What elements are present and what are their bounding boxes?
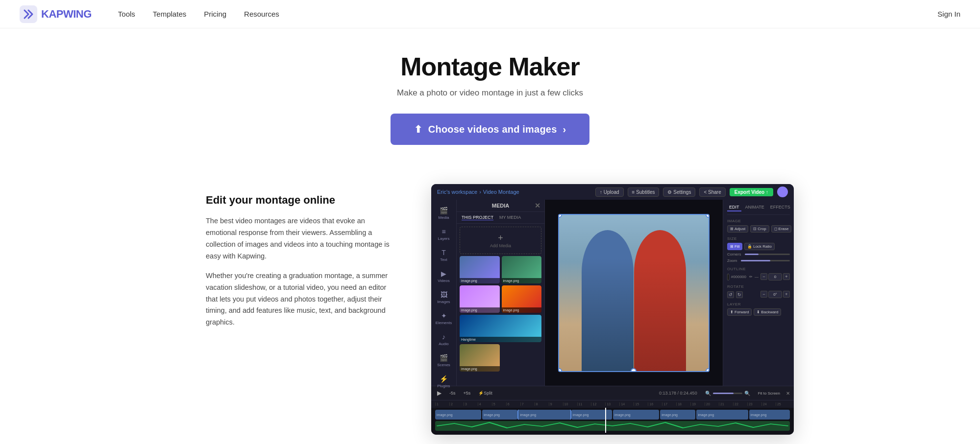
media-thumb-6[interactable]: image.png	[460, 344, 500, 372]
ruler-mark: 1	[435, 402, 449, 406]
crop-icon: ⊡	[753, 227, 757, 231]
breadcrumb-project[interactable]: Video Montage	[483, 189, 519, 195]
clip-7[interactable]: image.png	[696, 410, 748, 420]
add-media-button[interactable]: + Add Media	[460, 227, 541, 254]
timeline-ruler: 1 2 3 4 5 6 7 8 9 10 11 12 13 14 15 16 1	[431, 400, 794, 408]
zoom-out-icon[interactable]: 🔍	[705, 391, 711, 396]
fit-to-screen-button[interactable]: Fit to Screen	[758, 391, 780, 396]
outline-minus-button[interactable]: −	[760, 273, 767, 280]
adjust-button[interactable]: ⊞ Adjust	[727, 225, 748, 233]
ruler-mark: 25	[776, 402, 790, 406]
breadcrumb-workspace[interactable]: Eric's workspace	[437, 189, 477, 195]
corners-slider[interactable]	[745, 254, 790, 255]
thumb-filename-4: image.png	[502, 307, 542, 313]
forward-button[interactable]: ⬆ Forward	[727, 308, 752, 316]
nav-link-resources[interactable]: Resources	[235, 0, 288, 28]
rotate-ccw-button[interactable]: ↺	[727, 291, 734, 298]
person-right	[634, 230, 686, 371]
outline-plus-button[interactable]: +	[783, 273, 790, 280]
zoom-in-icon[interactable]: 🔍	[744, 391, 750, 396]
ruler-mark: 8	[535, 402, 549, 406]
photo-background	[559, 215, 709, 371]
erase-button[interactable]: ◻ Erase	[771, 225, 792, 233]
nav-link-pricing[interactable]: Pricing	[195, 0, 235, 28]
clip-8[interactable]: image.png	[749, 410, 790, 420]
audio-clip-1[interactable]	[435, 421, 790, 431]
crop-button[interactable]: ⊡ Crop	[750, 225, 769, 233]
clip-6[interactable]: image.png	[660, 410, 695, 420]
media-thumb-3[interactable]: image.png	[460, 285, 500, 313]
clip-5[interactable]: image.png	[613, 410, 659, 420]
canvas-selected-image[interactable]	[558, 214, 710, 372]
rotate-value[interactable]: 0°	[768, 291, 782, 298]
media-thumb-5[interactable]: Hangtime	[460, 315, 541, 342]
right-panel: EDIT ANIMATE EFFECTS TIMING IMAGE ⊞ Adju…	[723, 200, 794, 386]
playhead[interactable]	[605, 408, 606, 433]
tab-effects[interactable]: EFFECTS	[768, 204, 792, 211]
clip-3[interactable]: image.png	[518, 410, 570, 420]
skip-forward-5s[interactable]: +5s	[462, 390, 473, 397]
split-button[interactable]: ⚡Split	[476, 390, 494, 397]
user-avatar	[777, 187, 788, 197]
cta-button[interactable]: ⬆ Choose videos and images ›	[391, 114, 590, 145]
outline-value[interactable]: 0	[768, 273, 782, 280]
timeline-close-icon[interactable]: ✕	[786, 391, 790, 396]
tab-animate[interactable]: ANIMATE	[743, 204, 766, 211]
media-panel-close-icon[interactable]: ✕	[535, 202, 540, 210]
toolbar-audio[interactable]: ♪ Audio	[433, 330, 455, 349]
ruler-mark: 13	[605, 402, 619, 406]
text-icon: T	[441, 249, 446, 257]
resize-handle-bc[interactable]	[631, 368, 637, 372]
logo-link[interactable]: KAPWING	[20, 5, 92, 23]
lock-ratio-button[interactable]: 🔒 Lock Ratio	[744, 243, 775, 250]
left-text-panel: Edit your montage online The best video …	[206, 184, 392, 336]
rotate-minus-button[interactable]: −	[760, 291, 767, 298]
toolbar-text[interactable]: T Text	[433, 246, 455, 265]
toolbar-layers[interactable]: ≡ Layers	[433, 225, 455, 244]
toolbar-videos[interactable]: ▶ Videos	[433, 267, 455, 286]
pencil-icon[interactable]: ✏	[749, 275, 753, 279]
settings-button[interactable]: ⚙ Settings	[663, 187, 695, 197]
media-thumb-4[interactable]: image.png	[502, 285, 542, 313]
section-outline-title: OUTLINE	[727, 267, 790, 271]
left-toolbar: 🎬 Media ≡ Layers T Text ▶ Videos 🖼 I	[431, 200, 457, 386]
clip-2[interactable]: image.png	[482, 410, 517, 420]
timeline-zoom-slider[interactable]	[713, 393, 742, 394]
right-panel-tabs: EDIT ANIMATE EFFECTS TIMING	[727, 204, 790, 215]
rotate-cw-button[interactable]: ↻	[736, 291, 743, 298]
thumb-filename-6: image.png	[460, 366, 500, 372]
resize-handle-br[interactable]	[706, 368, 710, 372]
editor-preview: Eric's workspace › Video Montage ↑ Uploa…	[431, 184, 794, 435]
skip-back-5s[interactable]: -5s	[447, 390, 458, 397]
media-tab-my[interactable]: MY MEDIA	[499, 215, 521, 220]
export-button[interactable]: Export Video ↑	[730, 188, 773, 196]
play-button[interactable]: ▶	[435, 389, 443, 397]
media-thumb-1[interactable]: image.png	[460, 256, 500, 283]
cta-label: Choose videos and images	[428, 124, 557, 135]
resize-handle-tr[interactable]	[706, 214, 710, 218]
adjust-icon: ⊞	[730, 227, 734, 231]
subtitles-button[interactable]: ≡ Subtitles	[628, 187, 660, 197]
outline-color-swatch[interactable]	[727, 274, 729, 280]
media-tab-project[interactable]: THIS PROJECT	[462, 215, 493, 220]
fill-button[interactable]: ⊞ Fill	[727, 243, 742, 250]
hero-title: Montage Maker	[10, 52, 970, 81]
nav-link-templates[interactable]: Templates	[144, 0, 195, 28]
media-thumb-2[interactable]: image.png	[502, 256, 542, 283]
upload-button[interactable]: ↑ Upload	[595, 187, 623, 197]
toolbar-scenes[interactable]: 🎬 Scenes	[433, 351, 455, 370]
backward-button[interactable]: ⬇ Backward	[754, 308, 781, 316]
editor-body: 🎬 Media ≡ Layers T Text ▶ Videos 🖼 I	[431, 200, 794, 386]
toolbar-media[interactable]: 🎬 Media	[433, 204, 455, 223]
toolbar-elements[interactable]: ✦ Elements	[433, 309, 455, 328]
toolbar-images[interactable]: 🖼 Images	[433, 288, 455, 307]
person-left	[582, 230, 634, 371]
nav-link-tools[interactable]: Tools	[109, 0, 144, 28]
video-track-1: image.png image.png image.png image.png …	[435, 410, 790, 420]
zoom-slider[interactable]	[741, 260, 790, 261]
sign-in-link[interactable]: Sign In	[937, 10, 960, 18]
tab-edit[interactable]: EDIT	[727, 204, 741, 211]
share-button[interactable]: < Share	[699, 187, 725, 197]
clip-1[interactable]: image.png	[435, 410, 481, 420]
rotate-plus-button[interactable]: +	[783, 291, 790, 298]
